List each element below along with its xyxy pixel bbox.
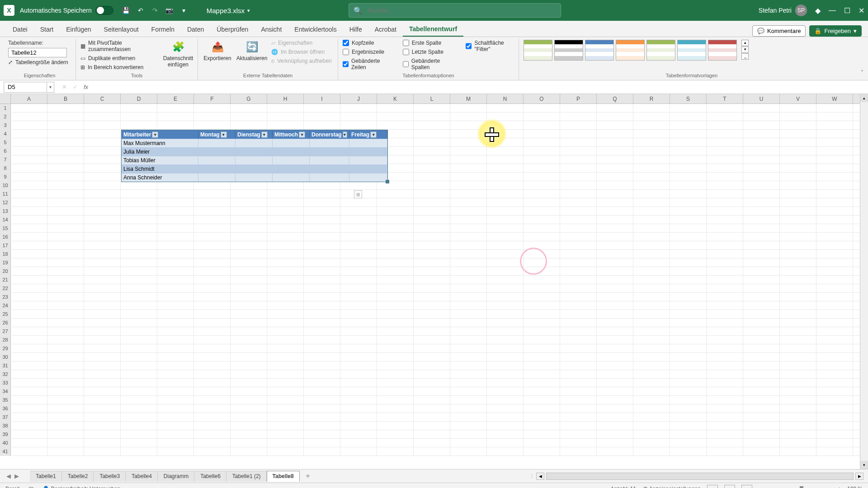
cell[interactable]	[267, 430, 304, 438]
cell[interactable]	[414, 233, 450, 241]
cell[interactable]	[11, 155, 47, 164]
cell[interactable]	[450, 413, 487, 421]
cell[interactable]	[816, 258, 853, 267]
cell[interactable]	[670, 319, 707, 327]
cell[interactable]	[670, 284, 707, 292]
table-header-0[interactable]: Mitarbeiter▾	[122, 130, 198, 139]
cell[interactable]	[304, 353, 340, 361]
cell[interactable]	[743, 250, 780, 258]
cell[interactable]	[487, 370, 524, 378]
cell[interactable]	[84, 207, 121, 215]
row-header-31[interactable]: 31	[0, 361, 11, 370]
cell[interactable]	[157, 276, 194, 284]
column-header-B[interactable]: B	[47, 94, 84, 103]
cell[interactable]	[780, 336, 816, 344]
cell[interactable]	[560, 207, 597, 215]
cell[interactable]	[816, 439, 853, 447]
tablename-input[interactable]	[8, 48, 67, 57]
cell[interactable]	[707, 276, 743, 284]
cell[interactable]	[11, 173, 47, 181]
cell[interactable]	[304, 310, 340, 318]
cell[interactable]	[157, 121, 194, 129]
sheet-nav-next[interactable]: ▶	[13, 473, 21, 479]
cell[interactable]	[377, 422, 414, 430]
cell[interactable]	[121, 344, 157, 352]
cell[interactable]	[11, 190, 47, 198]
cell[interactable]	[487, 276, 524, 284]
cell[interactable]	[340, 198, 377, 206]
cell[interactable]	[47, 224, 84, 232]
cell[interactable]	[11, 404, 47, 413]
cell[interactable]	[816, 190, 853, 198]
cell[interactable]	[121, 370, 157, 378]
zoom-in-icon[interactable]: +	[838, 486, 841, 488]
cell[interactable]	[47, 447, 84, 455]
cell[interactable]	[267, 284, 304, 292]
cell[interactable]	[707, 224, 743, 232]
cell[interactable]	[121, 413, 157, 421]
zoom-out-icon[interactable]: −	[759, 486, 762, 488]
cell[interactable]	[450, 387, 487, 395]
cell[interactable]	[670, 336, 707, 344]
maximize-icon[interactable]: ☐	[844, 6, 850, 15]
cell[interactable]	[670, 439, 707, 447]
cell[interactable]	[816, 207, 853, 215]
cell[interactable]	[340, 379, 377, 387]
cell[interactable]	[633, 353, 670, 361]
hscroll-track[interactable]	[546, 473, 854, 480]
cell[interactable]	[633, 155, 670, 164]
row-header-2[interactable]: 2	[0, 113, 11, 121]
cell[interactable]	[743, 327, 780, 335]
filter-dropdown-icon[interactable]: ▾	[221, 131, 227, 138]
cell[interactable]	[707, 258, 743, 267]
worksheet-grid[interactable]: ABCDEFGHIJKLMNOPQRSTUVW 1234567891011121…	[0, 94, 868, 469]
cell[interactable]	[633, 447, 670, 455]
cell[interactable]	[304, 198, 340, 206]
cell[interactable]	[633, 207, 670, 215]
table-cell[interactable]: Anna Schneider	[122, 173, 198, 182]
cell[interactable]	[707, 138, 743, 146]
cell[interactable]	[816, 396, 853, 404]
cell[interactable]	[743, 113, 780, 121]
cell[interactable]	[816, 327, 853, 335]
cell[interactable]	[707, 422, 743, 430]
cell[interactable]	[560, 173, 597, 181]
filter-dropdown-icon[interactable]: ▾	[261, 131, 268, 138]
close-icon[interactable]: ✕	[859, 6, 864, 15]
cell[interactable]	[524, 276, 560, 284]
cell[interactable]	[157, 284, 194, 292]
cell[interactable]	[414, 121, 450, 129]
cell[interactable]	[450, 430, 487, 438]
cell[interactable]	[487, 327, 524, 335]
cell[interactable]	[340, 258, 377, 267]
cell[interactable]	[340, 207, 377, 215]
cell[interactable]	[121, 276, 157, 284]
cell[interactable]	[47, 439, 84, 447]
cell[interactable]	[414, 301, 450, 310]
cell[interactable]	[377, 181, 414, 189]
cell[interactable]	[743, 344, 780, 352]
cell[interactable]	[670, 361, 707, 370]
cell[interactable]	[780, 293, 816, 301]
cell[interactable]	[707, 413, 743, 421]
cell[interactable]	[11, 104, 47, 112]
cell[interactable]	[84, 276, 121, 284]
table-style-3[interactable]	[616, 40, 645, 61]
row-header-30[interactable]: 30	[0, 353, 11, 361]
cell[interactable]	[450, 155, 487, 164]
cell[interactable]	[633, 310, 670, 318]
cell[interactable]	[487, 233, 524, 241]
cell[interactable]	[743, 379, 780, 387]
cell[interactable]	[487, 310, 524, 318]
cell[interactable]	[597, 104, 633, 112]
gallery-scroll-down[interactable]: ▾	[741, 47, 749, 53]
cell[interactable]	[633, 241, 670, 249]
refresh-button[interactable]: 🔄 Aktualisieren	[237, 40, 267, 61]
cell[interactable]	[157, 198, 194, 206]
cell[interactable]	[597, 250, 633, 258]
cell[interactable]	[267, 370, 304, 378]
cell[interactable]	[633, 250, 670, 258]
cell[interactable]	[84, 293, 121, 301]
cell[interactable]	[340, 387, 377, 395]
cell[interactable]	[816, 181, 853, 189]
